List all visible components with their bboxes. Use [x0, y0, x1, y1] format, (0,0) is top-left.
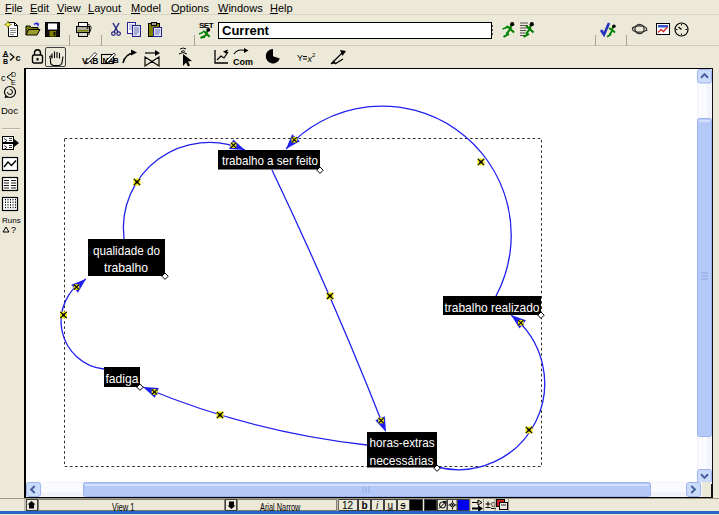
svg-text:B: B	[3, 58, 8, 65]
svg-text:A: A	[3, 50, 8, 57]
svg-text:trabalho realizado: trabalho realizado	[445, 300, 540, 315]
svg-text:Y: Y	[297, 53, 303, 63]
svg-text:2: 2	[312, 52, 316, 58]
svg-text:s: s	[401, 500, 406, 511]
svg-text:D: D	[11, 71, 16, 78]
svg-text:c: c	[16, 53, 21, 63]
svg-text:c: c	[1, 73, 6, 83]
svg-text:Com: Com	[233, 57, 253, 67]
svg-text:Runs: Runs	[2, 216, 21, 225]
svg-text:qualidade do: qualidade do	[93, 243, 160, 258]
svg-text:fadiga: fadiga	[106, 371, 140, 386]
svg-text:trabalho a ser feito: trabalho a ser feito	[222, 153, 318, 168]
svg-text:Doc: Doc	[1, 105, 18, 116]
svg-text:u: u	[388, 500, 394, 511]
svg-text:12: 12	[342, 500, 354, 511]
svg-text:SET: SET	[199, 21, 214, 30]
svg-text:b: b	[362, 500, 368, 511]
svg-text:horas-extras: horas-extras	[370, 435, 435, 450]
svg-text:necessárias: necessárias	[370, 453, 434, 468]
svg-text:?: ?	[11, 225, 16, 235]
svg-text:E: E	[11, 79, 16, 86]
svg-text:trabalho: trabalho	[104, 260, 148, 275]
